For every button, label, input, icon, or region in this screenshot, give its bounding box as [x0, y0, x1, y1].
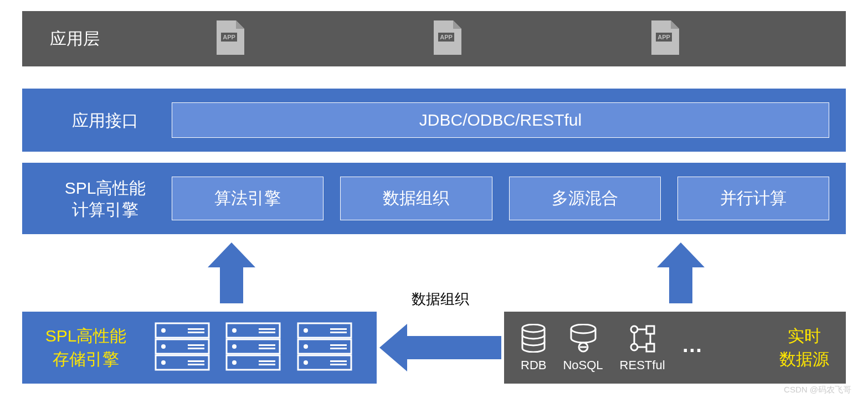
- svg-rect-17: [188, 348, 204, 349]
- module-box: 多源混合: [509, 177, 661, 220]
- server-icons-group: [141, 322, 366, 373]
- svg-marker-6: [208, 242, 255, 303]
- compute-engine-layer: SPL高性能 计算引擎 算法引擎 数据组织 多源混合 并行计算: [22, 163, 846, 234]
- svg-rect-28: [259, 344, 275, 346]
- left-arrow-icon: [379, 324, 501, 371]
- app-icons-group: APP APP APP: [122, 20, 818, 57]
- server-icon: [155, 322, 210, 373]
- interface-layer-label: 应用接口: [39, 110, 172, 131]
- data-source-nosql: NoSQL: [563, 323, 603, 373]
- watermark: CSDN @码农飞哥: [784, 385, 851, 395]
- protocol-box: JDBC/ODBC/RESTful: [172, 102, 829, 138]
- app-icon: APP: [649, 20, 682, 57]
- svg-text:APP: APP: [440, 34, 453, 40]
- interface-layer: 应用接口 JDBC/ODBC/RESTful: [22, 89, 846, 152]
- svg-text:APP: APP: [658, 34, 670, 40]
- flow-label: 数据组织: [412, 290, 469, 309]
- svg-rect-18: [188, 360, 204, 362]
- svg-point-23: [232, 328, 237, 333]
- module-box: 并行计算: [677, 177, 829, 220]
- svg-marker-7: [657, 242, 705, 303]
- storage-engine-label: SPL高性能 存储引擎: [30, 324, 141, 371]
- svg-point-13: [161, 360, 166, 365]
- svg-point-45: [522, 324, 545, 332]
- svg-rect-15: [188, 332, 204, 333]
- app-icon: APP: [214, 20, 247, 57]
- storage-engine: SPL高性能 存储引擎: [22, 312, 377, 384]
- svg-text:APP: APP: [223, 34, 235, 40]
- server-icon: [225, 322, 281, 373]
- database-icon: [521, 323, 546, 354]
- app-icon: APP: [431, 20, 464, 57]
- svg-rect-40: [330, 344, 347, 346]
- up-arrow-icon: [208, 242, 255, 303]
- restful-icon: [629, 323, 656, 354]
- svg-rect-50: [646, 326, 654, 334]
- module-box: 算法引擎: [172, 177, 323, 220]
- svg-rect-42: [330, 360, 347, 362]
- svg-rect-16: [188, 344, 204, 346]
- svg-rect-14: [188, 328, 204, 330]
- svg-rect-29: [259, 348, 275, 349]
- application-layer-label: 应用层: [50, 28, 100, 50]
- application-layer: 应用层 APP APP APP: [22, 11, 846, 66]
- svg-rect-31: [259, 364, 275, 365]
- module-box: 数据组织: [340, 177, 492, 220]
- svg-rect-19: [188, 364, 204, 365]
- svg-rect-41: [330, 348, 347, 349]
- svg-point-11: [161, 328, 166, 333]
- svg-rect-30: [259, 360, 275, 362]
- up-arrow-icon: [657, 242, 705, 303]
- svg-marker-44: [379, 324, 501, 371]
- svg-rect-26: [259, 328, 275, 330]
- compute-engine-label: SPL高性能 计算引擎: [39, 177, 172, 220]
- svg-point-36: [304, 344, 308, 349]
- svg-point-37: [304, 360, 308, 365]
- server-icon: [297, 322, 352, 373]
- svg-point-46: [571, 324, 595, 333]
- svg-point-49: [631, 326, 638, 333]
- data-source-restful: RESTful: [620, 323, 665, 373]
- svg-rect-38: [330, 328, 347, 330]
- bottom-row: SPL高性能 存储引擎 数据组织: [22, 312, 846, 384]
- svg-point-35: [304, 328, 308, 333]
- left-arrow-group: 数据组织: [377, 312, 504, 384]
- svg-rect-27: [259, 332, 275, 333]
- nosql-icon: [569, 323, 597, 354]
- svg-rect-43: [330, 364, 347, 365]
- data-source-rdb: RDB: [521, 323, 546, 373]
- svg-point-51: [631, 344, 638, 350]
- svg-rect-39: [330, 332, 347, 333]
- svg-rect-52: [646, 344, 654, 352]
- ellipsis: …: [682, 333, 703, 363]
- svg-point-24: [232, 344, 237, 349]
- svg-point-25: [232, 360, 237, 365]
- realtime-source-label: 实时 数据源: [779, 324, 829, 371]
- svg-point-12: [161, 344, 166, 349]
- realtime-data-source: RDB NoSQL RESTful … 实时 数据源: [504, 312, 846, 384]
